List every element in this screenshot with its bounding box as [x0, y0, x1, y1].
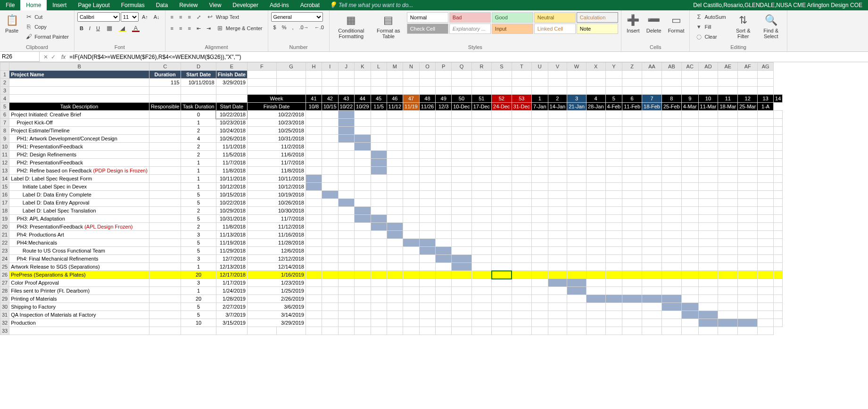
gantt-cell[interactable]	[512, 287, 531, 295]
bold-button[interactable]: B	[77, 24, 86, 33]
gantt-cell[interactable]	[322, 207, 338, 215]
gantt-cell[interactable]	[338, 279, 355, 287]
gantt-cell[interactable]	[758, 231, 774, 239]
gantt-cell[interactable]	[718, 159, 738, 167]
gantt-cell[interactable]	[436, 279, 452, 287]
gantt-cell[interactable]	[532, 295, 548, 303]
gantt-cell[interactable]	[492, 263, 512, 271]
format-as-table-button[interactable]: ▤Format as Table	[372, 12, 405, 41]
gantt-cell[interactable]	[567, 119, 587, 127]
gantt-cell[interactable]	[436, 319, 452, 327]
gantt-cell[interactable]	[419, 271, 436, 279]
gantt-cell[interactable]	[355, 143, 371, 151]
gantt-cell[interactable]	[306, 231, 322, 239]
gantt-cell[interactable]	[371, 231, 387, 239]
gantt-cell[interactable]	[586, 183, 605, 191]
gantt-cell[interactable]	[322, 303, 338, 311]
comma-button[interactable]: ,	[289, 24, 296, 31]
gantt-cell[interactable]	[355, 287, 371, 295]
gantt-cell[interactable]	[567, 167, 587, 175]
gantt-cell[interactable]	[758, 207, 774, 215]
gantt-cell[interactable]	[774, 263, 783, 271]
gantt-cell[interactable]	[661, 143, 681, 151]
gantt-cell[interactable]	[512, 183, 531, 191]
gantt-cell[interactable]	[452, 159, 471, 167]
task-desc[interactable]: PrePress (Separations & Plates)	[9, 271, 149, 279]
tab-data[interactable]: Data	[150, 0, 174, 10]
fx-icon[interactable]: fx	[59, 54, 67, 60]
gantt-cell[interactable]	[512, 119, 531, 127]
gantt-cell[interactable]	[605, 207, 622, 215]
gantt-cell[interactable]	[774, 207, 783, 215]
gantt-cell[interactable]	[548, 191, 567, 199]
gantt-cell[interactable]	[642, 311, 662, 319]
gantt-cell[interactable]	[532, 159, 548, 167]
gantt-cell[interactable]	[436, 183, 452, 191]
gantt-cell[interactable]	[548, 183, 567, 191]
gantt-cell[interactable]	[681, 159, 698, 167]
gantt-cell[interactable]	[698, 175, 718, 183]
gantt-cell[interactable]	[387, 167, 403, 175]
task-desc[interactable]: PH1: Artwork Development/Concept Design	[9, 135, 149, 143]
gantt-cell[interactable]	[567, 183, 587, 191]
gantt-cell[interactable]	[306, 287, 322, 295]
gantt-cell[interactable]	[758, 119, 774, 127]
gantt-cell[interactable]	[452, 127, 471, 135]
gantt-cell[interactable]	[642, 215, 662, 223]
gantt-cell[interactable]	[387, 215, 403, 223]
gantt-cell[interactable]	[661, 167, 681, 175]
gantt-cell[interactable]	[642, 191, 662, 199]
gantt-cell[interactable]	[681, 319, 698, 327]
gantt-cell[interactable]	[512, 255, 531, 263]
gantt-cell[interactable]	[642, 279, 662, 287]
gantt-cell[interactable]	[338, 263, 355, 271]
gantt-cell[interactable]	[661, 231, 681, 239]
gantt-cell[interactable]	[471, 223, 491, 231]
style-good[interactable]: Good	[492, 12, 533, 23]
gantt-cell[interactable]	[642, 143, 662, 151]
gantt-cell[interactable]	[471, 239, 491, 247]
gantt-cell[interactable]	[698, 215, 718, 223]
gantt-cell[interactable]	[492, 183, 512, 191]
gantt-cell[interactable]	[605, 175, 622, 183]
gantt-cell[interactable]	[586, 223, 605, 231]
gantt-cell[interactable]	[452, 311, 471, 319]
task-desc[interactable]: Route to US Cross Functional Team	[9, 247, 149, 255]
gantt-cell[interactable]	[622, 151, 642, 159]
gantt-cell[interactable]	[605, 239, 622, 247]
gantt-cell[interactable]	[532, 319, 548, 327]
gantt-cell[interactable]	[403, 207, 420, 215]
gantt-cell[interactable]	[774, 303, 783, 311]
gantt-cell[interactable]	[492, 135, 512, 143]
gantt-cell[interactable]	[718, 199, 738, 207]
gantt-cell[interactable]	[512, 175, 531, 183]
gantt-cell[interactable]	[403, 159, 420, 167]
gantt-cell[interactable]	[403, 183, 420, 191]
gantt-cell[interactable]	[512, 215, 531, 223]
gantt-cell[interactable]	[419, 223, 436, 231]
col-header-AB[interactable]: AB	[661, 63, 681, 71]
gantt-cell[interactable]	[512, 159, 531, 167]
gantt-cell[interactable]	[718, 215, 738, 223]
gantt-cell[interactable]	[622, 247, 642, 255]
gantt-cell[interactable]	[322, 127, 338, 135]
borders-button[interactable]: ▦	[103, 24, 116, 33]
gantt-cell[interactable]	[387, 263, 403, 271]
gantt-cell[interactable]	[403, 175, 420, 183]
col-header-D[interactable]: D	[181, 63, 216, 71]
gantt-cell[interactable]	[452, 183, 471, 191]
tab-page-layout[interactable]: Page Layout	[72, 0, 115, 10]
gantt-cell[interactable]	[738, 111, 758, 119]
underline-button[interactable]: U	[94, 24, 102, 33]
gantt-cell[interactable]	[605, 279, 622, 287]
gantt-cell[interactable]	[605, 167, 622, 175]
style-explanatory-[interactable]: Explanatory ...	[449, 24, 491, 34]
gantt-cell[interactable]	[306, 215, 322, 223]
gantt-cell[interactable]	[419, 295, 436, 303]
gantt-cell[interactable]	[698, 303, 718, 311]
gantt-cell[interactable]	[338, 287, 355, 295]
gantt-cell[interactable]	[586, 199, 605, 207]
gantt-cell[interactable]	[338, 111, 355, 119]
tab-view[interactable]: View	[204, 0, 227, 10]
gantt-cell[interactable]	[338, 271, 355, 279]
